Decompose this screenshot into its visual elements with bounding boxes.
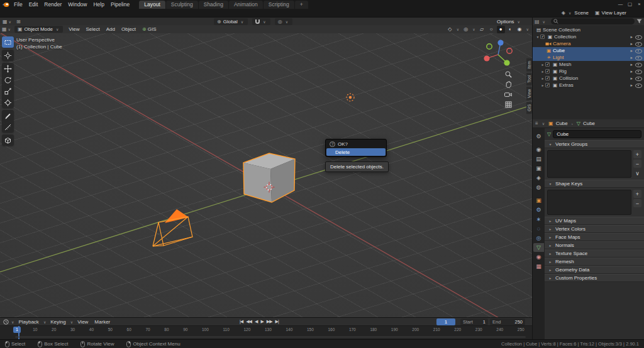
menu-view[interactable]: View bbox=[74, 319, 91, 325]
breadcrumb-data[interactable]: Cube bbox=[583, 121, 595, 126]
panel-custom-properties-header[interactable]: ▸Custom Properties bbox=[545, 274, 644, 282]
menu-help[interactable]: Help bbox=[90, 0, 107, 9]
tool-scale-button[interactable] bbox=[2, 85, 14, 97]
eye-icon[interactable] bbox=[635, 69, 641, 74]
tab-scene[interactable]: ◈ bbox=[533, 173, 544, 182]
menu-view[interactable]: View bbox=[65, 26, 82, 32]
menu-window[interactable]: Window bbox=[65, 0, 90, 9]
outliner-row-camera[interactable]: Camera ▸ bbox=[533, 40, 644, 47]
active-tool-icon[interactable]: ⊞ bbox=[16, 19, 21, 24]
filter-icon[interactable] bbox=[636, 19, 642, 24]
panel-vertex-colors-header[interactable]: ▸Vertex Colors bbox=[545, 225, 644, 233]
outliner-row-collection[interactable]: ▾ ▣ Collection ▸ bbox=[533, 33, 644, 40]
eye-icon[interactable] bbox=[635, 62, 641, 67]
expand-arrow-icon[interactable]: ▾ bbox=[535, 35, 540, 39]
menu-file[interactable]: File bbox=[11, 0, 26, 9]
frame-start-field[interactable]: Start1 bbox=[460, 318, 488, 325]
eye-icon[interactable] bbox=[635, 35, 641, 40]
eye-icon[interactable] bbox=[635, 76, 641, 81]
remove-shape-key-button[interactable]: − bbox=[633, 199, 641, 207]
datablock-name-input[interactable]: Cube bbox=[553, 130, 641, 138]
collection-checkbox[interactable] bbox=[545, 76, 550, 80]
tool-move-button[interactable] bbox=[2, 63, 14, 74]
tool-cursor-button[interactable] bbox=[2, 50, 14, 61]
tab-world[interactable]: ◍ bbox=[533, 183, 544, 192]
tab-material[interactable]: ◉ bbox=[533, 253, 544, 261]
panel-texture-space-header[interactable]: ▸Texture Space bbox=[545, 249, 644, 258]
current-frame-badge[interactable]: 1 bbox=[13, 327, 21, 333]
tool-rotate-button[interactable] bbox=[2, 74, 14, 85]
eye-icon[interactable] bbox=[635, 55, 641, 60]
outliner-row-light[interactable]: ☀ Light ▸ bbox=[533, 54, 644, 61]
tab-output[interactable]: ▤ bbox=[533, 155, 544, 163]
workspace-tab-scripting[interactable]: Scripting bbox=[264, 1, 294, 9]
proportional-editing-dropdown[interactable]: ◎ ∨ bbox=[275, 18, 292, 25]
shape-keys-list[interactable] bbox=[547, 190, 631, 215]
mode-dropdown[interactable]: ▣ Object Mode ∨ bbox=[14, 26, 63, 33]
outliner-search-input[interactable] bbox=[551, 18, 635, 24]
perspective-toggle-icon[interactable] bbox=[504, 100, 513, 109]
tab-modifiers[interactable]: ⚙ bbox=[533, 205, 544, 214]
gizmos-toggle[interactable]: ◇ bbox=[446, 26, 454, 33]
tab-texture[interactable]: ▦ bbox=[533, 262, 544, 271]
vertex-groups-list[interactable] bbox=[547, 150, 631, 178]
blender-logo-icon[interactable] bbox=[3, 2, 9, 8]
workspace-tab-animation[interactable]: Animation bbox=[229, 1, 263, 9]
panel-remesh-header[interactable]: ▸Remesh bbox=[545, 258, 644, 266]
shading-wireframe-button[interactable]: ○ bbox=[487, 26, 496, 33]
menu-edit[interactable]: Edit bbox=[26, 0, 42, 9]
maximize-button[interactable]: ▢ bbox=[625, 0, 635, 9]
menu-marker[interactable]: Marker bbox=[91, 319, 113, 325]
snapping-dropdown[interactable]: ∨ bbox=[252, 18, 270, 25]
viewport-editor-icon[interactable]: ▦ bbox=[2, 26, 7, 32]
tool-box-select-button[interactable] bbox=[2, 36, 14, 48]
panel-normals-header[interactable]: ▸Normals bbox=[545, 241, 644, 249]
next-keyframe-button[interactable]: ▶▶ bbox=[266, 319, 273, 324]
options-dropdown[interactable]: Options ∨ bbox=[494, 18, 525, 25]
properties-editor-icon[interactable]: ≡ bbox=[535, 121, 538, 126]
breadcrumb-object[interactable]: Cube bbox=[556, 121, 568, 126]
select-pointer-icon[interactable]: ▸ bbox=[630, 55, 633, 60]
workspace-tab-sculpting[interactable]: Sculpting bbox=[166, 1, 198, 9]
menu-keying[interactable]: Ke​ying bbox=[47, 319, 69, 325]
add-shape-key-button[interactable]: + bbox=[633, 190, 641, 198]
transform-orientation-dropdown[interactable]: ⊕ Global ∨ bbox=[214, 18, 248, 25]
select-pointer-icon[interactable]: ▸ bbox=[630, 35, 633, 40]
play-button[interactable]: ▶ bbox=[260, 319, 264, 324]
panel-uv-maps-header[interactable]: ▸UV Maps bbox=[545, 217, 644, 225]
collection-checkbox[interactable] bbox=[540, 35, 545, 39]
shading-material-button[interactable]: ◐ bbox=[506, 26, 514, 33]
expand-arrow-icon[interactable]: ▸ bbox=[540, 62, 545, 67]
editor-type-icon[interactable]: ▦ bbox=[3, 19, 8, 24]
remove-vertex-group-button[interactable]: − bbox=[633, 160, 641, 168]
shading-rendered-button[interactable]: ◉ bbox=[516, 26, 524, 33]
expand-arrow-icon[interactable]: ▸ bbox=[540, 69, 545, 73]
menu-object[interactable]: Object bbox=[118, 26, 139, 32]
collection-checkbox[interactable] bbox=[545, 62, 550, 67]
frame-end-field[interactable]: End250 bbox=[490, 318, 525, 325]
select-pointer-icon[interactable]: ▸ bbox=[630, 62, 633, 67]
navigation-gizmo[interactable] bbox=[482, 36, 514, 70]
eye-icon[interactable] bbox=[635, 48, 641, 53]
panel-face-maps-header[interactable]: ▸Face Maps bbox=[545, 233, 644, 241]
view-layer-selector[interactable]: ▣ View Layer bbox=[595, 10, 626, 16]
minimize-button[interactable]: — bbox=[616, 0, 625, 9]
panel-shape-keys-header[interactable]: ▾ Shape Keys bbox=[545, 180, 644, 188]
clock-icon[interactable] bbox=[3, 319, 9, 325]
add-workspace-button[interactable]: + bbox=[295, 1, 308, 9]
tab-particles[interactable]: ∗ bbox=[533, 215, 544, 224]
menu-select[interactable]: Select bbox=[83, 26, 103, 32]
prev-keyframe-button[interactable]: ◀◀ bbox=[245, 319, 252, 324]
zoom-icon[interactable] bbox=[504, 70, 513, 79]
select-pointer-icon[interactable]: ▸ bbox=[630, 76, 633, 81]
eye-icon[interactable] bbox=[635, 41, 641, 46]
collection-checkbox[interactable] bbox=[545, 83, 550, 87]
select-pointer-icon[interactable]: ▸ bbox=[630, 83, 633, 88]
light-object[interactable] bbox=[347, 94, 354, 101]
expand-arrow-icon[interactable]: ▸ bbox=[540, 83, 545, 87]
close-button[interactable]: × bbox=[635, 0, 644, 9]
tab-physics[interactable]: ◌ bbox=[533, 224, 544, 233]
select-pointer-icon[interactable]: ▸ bbox=[630, 48, 633, 53]
collection-checkbox[interactable] bbox=[545, 69, 550, 73]
jump-to-end-button[interactable]: ▶| bbox=[275, 319, 279, 324]
